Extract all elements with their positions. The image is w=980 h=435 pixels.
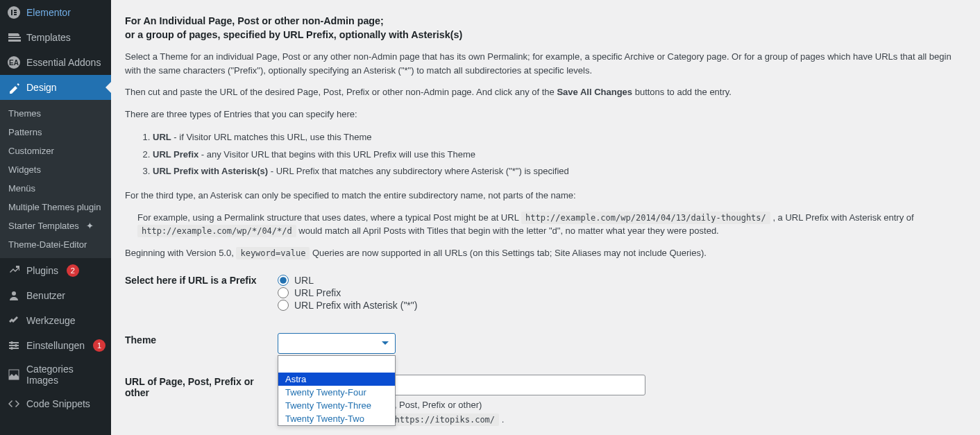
save-all-bold: Save All Changes — [557, 87, 632, 97]
radio-url-prefix[interactable] — [278, 287, 289, 298]
sidebar-item-label: Templates — [26, 32, 71, 43]
svg-rect-4 — [14, 14, 17, 15]
sparkle-icon: ✦ — [86, 221, 94, 231]
version-note: Beginning with Version 5.0, keyword=valu… — [125, 246, 966, 260]
submenu-label: Customizer — [8, 146, 54, 156]
dropdown-option-2022[interactable]: Twenty Twenty-Two — [278, 412, 395, 425]
example-url-2: http://example.com/wp/*/04/*/d — [137, 225, 296, 237]
theme-dropdown: Astra Twenty Twenty-Four Twenty Twenty-T… — [278, 355, 396, 426]
cut-paste-text: Then cut and paste the URL of the desire… — [125, 85, 966, 99]
sidebar-item-templates[interactable]: Templates — [0, 25, 111, 50]
svg-rect-1 — [11, 10, 12, 15]
asterisk-example: For example, using a Permalink structure… — [125, 211, 966, 238]
sidebar-item-label: Einstellungen — [26, 340, 85, 351]
sidebar-item-essential-addons[interactable]: EA Essential Addons — [0, 50, 111, 75]
submenu-label: Menüs — [8, 183, 35, 194]
submenu-item-starter-templates[interactable]: Starter Templates✦ — [0, 216, 111, 235]
submenu-label: Patterns — [8, 127, 42, 137]
sidebar-item-elementor[interactable]: Elementor — [0, 0, 111, 25]
entry-url-asterisk: URL Prefix with Asterisk(s) - URL Prefix… — [153, 163, 966, 180]
prefix-label: Select here if URL is a Prefix — [125, 273, 278, 286]
svg-point-12 — [15, 344, 17, 347]
svg-text:EA: EA — [9, 59, 19, 67]
dropdown-empty-option[interactable] — [278, 356, 395, 373]
admin-sidebar: Elementor Templates EA Essential Addons … — [0, 0, 111, 435]
sidebar-item-design[interactable]: Design — [0, 75, 111, 100]
theme-select[interactable] — [278, 333, 396, 354]
sidebar-item-label: Plugins — [26, 265, 58, 276]
radio-url-asterisk[interactable] — [278, 300, 289, 311]
sidebar-item-label: Essential Addons — [26, 57, 101, 68]
categories-images-icon — [7, 368, 21, 382]
submenu-label: Widgets — [8, 164, 41, 175]
submenu-label: Multiple Themes plugin — [8, 202, 101, 212]
section-heading: For An Individual Page, Post or other no… — [125, 14, 966, 42]
settings-form: Select here if URL is a Prefix URL URL P… — [125, 273, 966, 429]
submenu-item-menus[interactable]: Menüs — [0, 179, 111, 198]
sidebar-item-users[interactable]: Benutzer — [0, 283, 111, 308]
radio-prefix-label: URL Prefix — [294, 287, 341, 298]
sidebar-item-settings[interactable]: Einstellungen 1 — [0, 333, 111, 358]
code-snippets-icon — [7, 397, 21, 411]
submenu-item-customizer[interactable]: Customizer — [0, 142, 111, 160]
settings-icon — [7, 339, 21, 352]
update-badge: 1 — [93, 339, 105, 352]
sidebar-item-label: Benutzer — [26, 290, 65, 301]
submenu-item-patterns[interactable]: Patterns — [0, 123, 111, 142]
entry-url: URL - if Visitor URL matches this URL, u… — [153, 129, 966, 146]
main-content: For An Individual Page, Post or other no… — [111, 0, 980, 435]
dropdown-option-astra[interactable]: Astra — [278, 373, 395, 386]
svg-point-13 — [10, 347, 13, 350]
sidebar-item-label: Werkzeuge — [26, 315, 76, 326]
svg-point-11 — [10, 341, 13, 344]
submenu-item-themes[interactable]: Themes — [0, 104, 111, 123]
entries-list: URL - if Visitor URL matches this URL, u… — [153, 129, 966, 180]
heading-line-1: For An Individual Page, Post or other no… — [125, 15, 384, 26]
svg-rect-3 — [14, 12, 17, 13]
appearance-icon — [7, 80, 21, 94]
plugins-icon — [7, 264, 21, 278]
radio-url[interactable] — [278, 275, 289, 286]
theme-label: Theme — [125, 333, 278, 346]
submenu-item-widgets[interactable]: Widgets — [0, 160, 111, 179]
sidebar-item-tools[interactable]: Werkzeuge — [0, 308, 111, 333]
example-url-1: http://example.com/wp/2014/04/13/daily-t… — [521, 212, 770, 224]
radio-asterisk-label: URL Prefix with Asterisk ("*") — [294, 300, 417, 311]
keyword-value-code: keyword=value — [236, 247, 310, 259]
users-icon — [7, 289, 21, 302]
dropdown-option-2024[interactable]: Twenty Twenty-Four — [278, 386, 395, 399]
submenu-label: Themes — [8, 108, 41, 119]
svg-rect-2 — [14, 10, 17, 11]
radio-url-label: URL — [294, 275, 314, 286]
update-badge: 2 — [67, 264, 79, 277]
submenu-item-multiple-themes[interactable]: Multiple Themes plugin — [0, 198, 111, 216]
entry-url-prefix: URL Prefix - any Visitor URL that begins… — [153, 146, 966, 164]
submenu-item-theme-editor[interactable]: Theme-Datei-Editor — [0, 235, 111, 254]
heading-line-2: or a group of pages, specified by URL Pr… — [125, 29, 462, 40]
templates-icon — [7, 31, 21, 44]
sidebar-item-code-snippets[interactable]: Code Snippets — [0, 391, 111, 416]
sidebar-item-label: Elementor — [26, 7, 71, 18]
sidebar-item-label: Categories Images — [26, 364, 105, 386]
sidebar-item-label: Code Snippets — [26, 398, 90, 409]
sidebar-item-label: Design — [26, 82, 57, 93]
site-url-code: https://itopiks.com/ — [391, 413, 500, 426]
url-label: URL of Page, Post, Prefix or other — [125, 375, 278, 398]
tools-icon — [7, 314, 21, 327]
sidebar-item-categories-images[interactable]: Categories Images — [0, 358, 111, 391]
asterisk-note: For the third type, an Asterisk can only… — [125, 189, 966, 203]
sidebar-item-plugins[interactable]: Plugins 2 — [0, 258, 111, 283]
elementor-icon — [7, 6, 21, 19]
dropdown-option-2023[interactable]: Twenty Twenty-Three — [278, 399, 395, 412]
entries-intro: There are three types of Entries that yo… — [125, 108, 966, 121]
svg-point-7 — [12, 291, 16, 296]
design-submenu: Themes Patterns Customizer Widgets Menüs… — [0, 100, 111, 258]
submenu-label: Theme-Datei-Editor — [8, 239, 87, 250]
submenu-label: Starter Templates — [8, 221, 79, 231]
intro-text: Select a Theme for an individual Page, P… — [125, 50, 966, 77]
essential-addons-icon: EA — [7, 56, 21, 69]
